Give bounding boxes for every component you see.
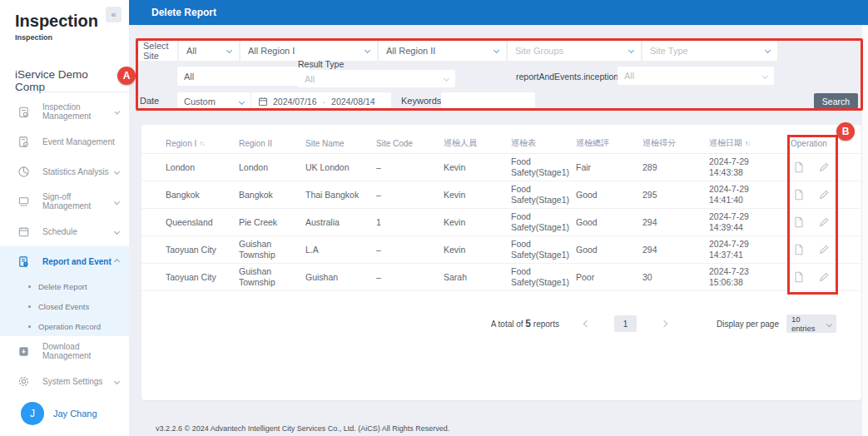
sidebar-collapse-button[interactable]: « <box>106 7 122 22</box>
page-number-button[interactable]: 1 <box>614 315 637 332</box>
cell-form: Food Safety(Stage1) <box>511 211 576 233</box>
cell-score: 294 <box>642 217 709 228</box>
table-row: London London UK London – Kevin Food Saf… <box>141 154 861 181</box>
chevron-down-icon <box>239 98 245 104</box>
sidebar-item-schedule[interactable]: Schedule <box>0 216 129 246</box>
chevron-down-icon <box>494 47 499 53</box>
view-report-icon[interactable] <box>793 161 805 173</box>
date-label: Date <box>140 96 159 106</box>
column-header-site-code: Site Code <box>376 139 444 148</box>
column-header-inspector: 巡檢人員 <box>444 137 511 149</box>
cell-region1: Queensland <box>166 217 239 228</box>
edit-icon[interactable] <box>818 244 830 255</box>
bullet-icon <box>28 305 31 308</box>
table-row: Taoyuan City Guishan Township L.A – Kevi… <box>141 236 861 264</box>
sidebar-item-label: Statistics Analysis <box>42 167 108 176</box>
calendar-icon <box>258 97 268 107</box>
cell-site-code: 1 <box>376 217 444 228</box>
column-header-form: 巡檢表 <box>511 137 576 149</box>
result-type-label: Result Type <box>298 59 344 69</box>
keywords-input[interactable] <box>441 92 535 111</box>
date-separator: - <box>323 97 326 107</box>
sidebar-subitem-operation-record[interactable]: Operation Record <box>0 316 129 336</box>
cell-score: 289 <box>642 162 709 173</box>
cell-region2: Guishan Township <box>239 239 305 260</box>
date-range-picker[interactable]: 2024/07/16 - 2024/08/14 <box>251 92 391 111</box>
sidebar-item-download-management[interactable]: Download Management <box>0 336 129 366</box>
site-dropdown[interactable]: All <box>179 40 239 61</box>
sidebar-subitem-label: Operation Record <box>38 322 101 331</box>
region2-dropdown[interactable]: All Region II <box>379 40 506 61</box>
sidebar-item-inspection-management[interactable]: Inspection Management <box>0 97 129 126</box>
cell-score: 295 <box>642 190 709 201</box>
sort-icon[interactable]: ↑↓ <box>199 140 204 147</box>
view-report-icon[interactable] <box>793 244 805 255</box>
site-groups-dropdown[interactable]: Site Groups <box>508 40 641 61</box>
inception-tag-dropdown[interactable]: All <box>618 67 774 85</box>
edit-icon[interactable] <box>818 271 830 283</box>
user-name: Jay Chang <box>53 409 97 419</box>
column-header-rating: 巡檢總評 <box>576 137 642 149</box>
chevron-down-icon <box>762 72 768 78</box>
region1-dropdown[interactable]: All Region I <box>241 40 377 61</box>
date-mode-dropdown[interactable]: Custom <box>177 92 250 111</box>
date-to-value[interactable]: 2024/08/14 <box>331 97 375 107</box>
cell-form: Food Safety(Stage1) <box>511 184 576 206</box>
column-header-date[interactable]: 巡檢日期 ↑↓ <box>709 137 791 149</box>
search-button[interactable]: Search <box>814 93 858 109</box>
user-profile[interactable]: J Jay Chang <box>21 402 97 425</box>
view-report-icon[interactable] <box>793 271 805 283</box>
company-name: iService Demo Comp <box>15 68 120 93</box>
select-site-label: Select Site <box>136 40 177 61</box>
display-per-page-label: Display per page <box>717 320 779 329</box>
cell-site-name: Thai Bangkok <box>305 190 376 201</box>
view-report-icon[interactable] <box>793 189 805 201</box>
column-header-region1[interactable]: Region I ↑↓ <box>166 139 239 148</box>
filter-all-dropdown[interactable]: All <box>177 67 310 86</box>
sidebar-divider <box>15 92 129 92</box>
cell-rating: Poor <box>576 272 642 283</box>
cell-operation <box>791 216 861 228</box>
cell-date: 2024-7-29 14:43:38 <box>709 156 791 178</box>
date-from-value[interactable]: 2024/07/16 <box>273 97 317 107</box>
sidebar-item-report-and-event[interactable]: Report and Event <box>0 246 129 276</box>
cell-site-code: – <box>376 245 444 255</box>
app-title: Inspection <box>15 12 98 31</box>
next-page-icon[interactable] <box>661 320 667 327</box>
cell-operation <box>791 189 861 201</box>
entries-per-page-select[interactable]: 10 entries <box>786 315 836 333</box>
result-type-dropdown[interactable]: All <box>298 70 455 87</box>
sort-icon[interactable]: ↑↓ <box>745 140 750 147</box>
edit-icon[interactable] <box>818 189 830 201</box>
page-header: Delete Report <box>129 0 868 25</box>
company-selector[interactable]: iService Demo Comp <box>15 68 129 93</box>
chevron-down-icon <box>365 47 370 53</box>
chevron-down-icon <box>826 321 832 327</box>
gear-icon <box>17 374 30 388</box>
sidebar-subitem-closed-events[interactable]: Closed Events <box>0 296 129 316</box>
keywords-label: Keywords <box>401 96 441 106</box>
table-row: Taoyuan City Guishan Township Guishan – … <box>141 264 861 291</box>
statistics-icon <box>17 165 30 178</box>
app-root: Inspection Inspection « iService Demo Co… <box>0 0 868 436</box>
edit-icon[interactable] <box>818 161 830 173</box>
site-type-dropdown[interactable]: Site Type <box>642 40 777 61</box>
cell-score: 30 <box>642 272 709 283</box>
cell-rating: Fair <box>576 162 642 173</box>
sidebar-subitem-delete-report[interactable]: Delete Report <box>0 276 129 296</box>
sidebar-item-signoff-management[interactable]: Sign-off Management <box>0 186 129 216</box>
chevron-down-icon <box>226 47 232 53</box>
view-report-icon[interactable] <box>793 216 805 228</box>
schedule-icon <box>17 225 30 238</box>
sidebar-item-system-settings[interactable]: System Settings <box>0 366 129 396</box>
edit-icon[interactable] <box>818 216 830 228</box>
avatar: J <box>21 402 44 425</box>
column-header-score: 巡檢得分 <box>642 137 709 149</box>
prev-page-icon[interactable] <box>583 320 590 327</box>
total-count: 5 <box>525 318 531 329</box>
sidebar-item-label: Sign-off Management <box>42 192 115 211</box>
sidebar-item-event-management[interactable]: Event Management <box>0 126 129 156</box>
sidebar-item-statistics-analysis[interactable]: Statistics Analysis <box>0 156 129 186</box>
scrollbar-track[interactable] <box>862 25 868 436</box>
report-icon <box>17 255 30 268</box>
